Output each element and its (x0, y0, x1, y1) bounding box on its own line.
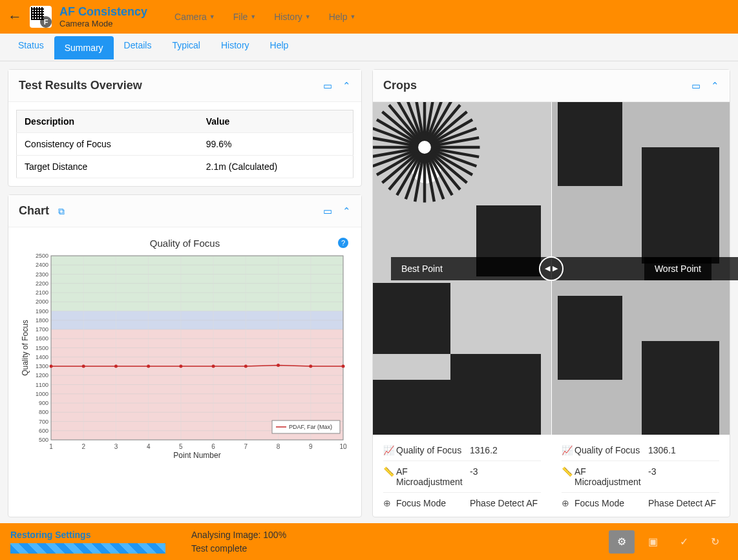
app-title: AF Consistency (59, 5, 147, 19)
svg-text:900: 900 (39, 400, 48, 406)
footer-line1: Analysing Image: 100% (191, 528, 286, 542)
chevron-down-icon: ▼ (209, 14, 215, 20)
window-icon[interactable]: ▭ (323, 205, 332, 217)
help-icon[interactable]: ? (338, 238, 348, 248)
export-button[interactable]: ▣ (640, 530, 666, 554)
chart-title: Quality of Focus (19, 238, 351, 249)
crops-panel-title: Crops (383, 79, 417, 92)
chevron-down-icon: ▼ (250, 14, 256, 20)
window-icon[interactable]: ▭ (323, 80, 332, 92)
svg-text:2400: 2400 (36, 262, 48, 268)
svg-text:5: 5 (179, 443, 183, 450)
svg-point-69 (147, 365, 150, 368)
status-footer: Restoring Settings Analysing Image: 100%… (0, 523, 738, 560)
crops-panel: Crops ▭ ⌃ (372, 69, 730, 517)
svg-text:1: 1 (49, 443, 53, 450)
crop-stats: 📈Quality of Focus1316.2 📏AF Microadjustm… (373, 435, 730, 519)
content-area: Test Results Overview ▭ ⌃ Description Va… (0, 61, 738, 525)
svg-text:1400: 1400 (36, 354, 48, 360)
svg-text:1900: 1900 (36, 308, 48, 315)
app-subtitle: Camera Mode (59, 19, 147, 28)
top-menu: Camera▼ File▼ History▼ Help▼ (174, 12, 355, 22)
results-panel-title: Test Results Overview (19, 79, 142, 92)
table-row: Consistency of Focus 99.6% (17, 133, 353, 156)
menu-file[interactable]: File▼ (233, 12, 256, 22)
svg-text:7: 7 (244, 443, 248, 450)
check-button[interactable]: ✓ (671, 530, 697, 554)
svg-point-70 (179, 365, 182, 368)
collapse-up-icon[interactable]: ⌃ (711, 80, 719, 92)
svg-text:2: 2 (81, 443, 85, 450)
target-icon: ⊕ (383, 498, 396, 508)
tab-details[interactable]: Details (114, 34, 162, 61)
svg-point-71 (212, 365, 215, 368)
back-arrow-icon[interactable]: ← (8, 8, 22, 25)
svg-text:1500: 1500 (36, 345, 48, 351)
col-description: Description (17, 110, 198, 133)
collapse-up-icon[interactable]: ⌃ (343, 80, 351, 92)
svg-point-73 (277, 364, 280, 367)
app-topbar: ← F AF Consistency Camera Mode Camera▼ F… (0, 0, 738, 34)
comparison-slider-handle[interactable]: ◀ ▶ (539, 256, 564, 281)
svg-text:6: 6 (211, 443, 215, 450)
tab-history[interactable]: History (211, 34, 260, 61)
chart-plot: 5006007008009001000110012001300140015001… (19, 253, 351, 459)
menu-history[interactable]: History▼ (274, 12, 310, 22)
svg-text:800: 800 (39, 409, 48, 415)
chevron-down-icon: ▼ (305, 14, 311, 20)
svg-text:2300: 2300 (36, 271, 48, 278)
svg-text:1000: 1000 (36, 391, 48, 397)
svg-text:Point Number: Point Number (173, 451, 220, 459)
svg-point-81 (417, 140, 432, 154)
svg-text:2100: 2100 (36, 289, 48, 296)
settings-button[interactable]: ⚙ (609, 530, 635, 554)
check-icon: ✓ (680, 535, 688, 548)
title-block: AF Consistency Camera Mode (59, 5, 147, 28)
tab-help[interactable]: Help (260, 34, 299, 61)
refresh-button[interactable]: ↻ (702, 530, 728, 554)
results-table: Description Value Consistency of Focus 9… (16, 110, 353, 178)
chevron-down-icon: ▼ (350, 14, 356, 20)
worst-point-label: Worst Point (644, 257, 712, 280)
refresh-icon: ↻ (711, 535, 719, 548)
export-icon: ▣ (648, 535, 658, 548)
footer-status-title: Restoring Settings (10, 530, 178, 540)
svg-text:3: 3 (114, 443, 118, 450)
chart-icon: 📈 (562, 445, 575, 455)
svg-text:500: 500 (39, 437, 48, 443)
svg-point-68 (114, 365, 118, 368)
chart-icon: 📈 (383, 445, 396, 455)
window-icon[interactable]: ▭ (691, 80, 701, 92)
svg-text:1700: 1700 (36, 326, 48, 333)
progress-bar (10, 543, 165, 554)
svg-text:1800: 1800 (36, 317, 48, 324)
menu-camera[interactable]: Camera▼ (174, 12, 215, 22)
tab-typical[interactable]: Typical (162, 34, 211, 61)
svg-text:PDAF, Far (Max): PDAF, Far (Max) (289, 424, 332, 430)
svg-point-74 (309, 365, 312, 368)
svg-text:600: 600 (39, 428, 48, 434)
collapse-up-icon[interactable]: ⌃ (343, 205, 351, 217)
svg-text:2000: 2000 (36, 298, 48, 305)
svg-text:1300: 1300 (36, 363, 48, 369)
svg-text:Quality of Focus: Quality of Focus (21, 320, 30, 376)
svg-text:1600: 1600 (36, 335, 48, 342)
menu-help[interactable]: Help▼ (329, 12, 356, 22)
tab-bar: Status Summary Details Typical History H… (0, 34, 738, 61)
tab-status[interactable]: Status (8, 34, 54, 61)
ruler-icon: 📏 (383, 466, 396, 477)
copy-icon[interactable]: ⧉ (58, 206, 65, 216)
svg-point-66 (50, 365, 53, 368)
svg-text:2200: 2200 (36, 280, 48, 287)
tab-summary[interactable]: Summary (54, 36, 114, 59)
chart-panel: Chart ⧉ ▭ ⌃ Quality of Focus ? 500600700… (8, 194, 362, 517)
svg-text:9: 9 (309, 443, 313, 450)
results-panel: Test Results Overview ▭ ⌃ Description Va… (8, 69, 362, 187)
col-value: Value (198, 110, 353, 133)
image-comparison[interactable]: Best Point Worst Point ◀ ▶ (373, 102, 730, 435)
chart-panel-title: Chart (19, 204, 49, 217)
svg-text:8: 8 (277, 443, 280, 450)
svg-point-67 (82, 365, 85, 368)
svg-point-72 (244, 365, 248, 368)
footer-line2: Test complete (191, 542, 286, 555)
